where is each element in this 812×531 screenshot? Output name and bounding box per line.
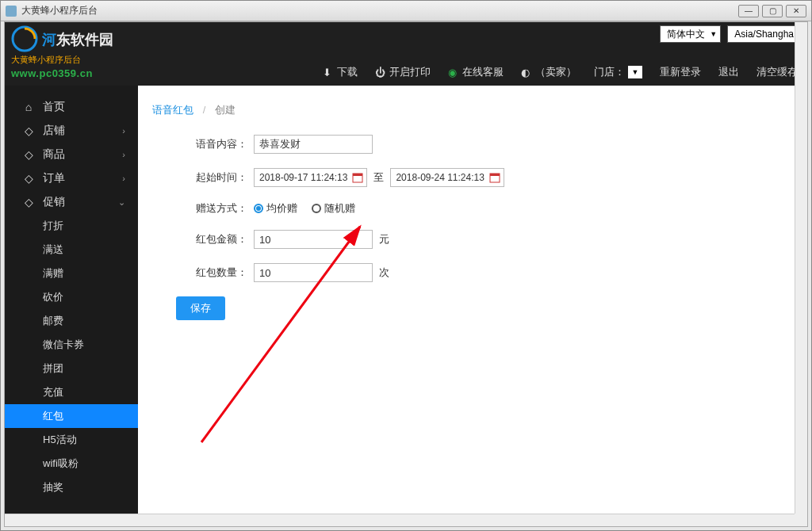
shop-icon: ◇ [22, 124, 35, 137]
caret-down-icon: ▼ [628, 66, 642, 78]
count-input[interactable] [254, 263, 373, 282]
radio-equal[interactable]: 均价赠 [254, 201, 297, 216]
clear-cache-link[interactable]: 清空缓存 [756, 65, 798, 79]
sidebar-top: ⌂ 首页 ◇ 店铺 › ◇ 商品 › ◇ 订单 [5, 86, 138, 499]
logo-area: 河东软件园 大黄蜂小程序后台 www.pc0359.cn [11, 25, 113, 79]
sidebar: ⌂ 首页 ◇ 店铺 › ◇ 商品 › ◇ 订单 [5, 86, 138, 526]
voice-input[interactable] [254, 135, 373, 154]
svg-rect-4 [490, 174, 500, 176]
relogin-link[interactable]: 重新登录 [660, 65, 701, 79]
chevron-down-icon: ⌄ [118, 197, 125, 208]
end-date-input[interactable]: 2018-09-24 11:24:13 [390, 168, 504, 187]
count-unit: 次 [379, 266, 389, 280]
logo-title: 河东软件园 [11, 25, 113, 52]
power-icon: ⏻ [375, 67, 386, 78]
download-icon: ⬇ [323, 67, 334, 78]
logo-subtitle: 大黄蜂小程序后台 [11, 54, 113, 66]
seller-link[interactable]: ◐ （卖家） [521, 65, 576, 79]
breadcrumb: 语音红包 / 创建 [152, 103, 793, 117]
orders-icon: ◇ [22, 172, 35, 185]
sidebar-sub-recharge[interactable]: 充值 [5, 380, 138, 404]
save-button[interactable]: 保存 [176, 296, 225, 320]
row-give: 赠送方式： 均价赠 随机赠 [176, 201, 793, 216]
sidebar-sub-redpacket[interactable]: 红包 [5, 404, 138, 428]
radio-icon [312, 204, 321, 213]
close-button[interactable]: ✕ [786, 5, 806, 17]
sidebar-sub-fullgift[interactable]: 满赠 [5, 262, 138, 285]
sidebar-sub-h5[interactable]: H5活动 [5, 428, 138, 452]
sidebar-sub-groupbuy[interactable]: 拼团 [5, 357, 138, 380]
store-select[interactable]: 门店： ▼ [594, 65, 642, 79]
wechat-icon: ◉ [448, 67, 459, 78]
sidebar-sub-bargain[interactable]: 砍价 [5, 285, 138, 309]
svg-rect-2 [353, 174, 362, 176]
chevron-right-icon: › [122, 126, 125, 136]
title-bar: 大黄蜂小程序后台 — ▢ ✕ [1, 1, 811, 21]
give-label: 赠送方式： [176, 201, 247, 216]
voice-label: 语音内容： [176, 137, 247, 151]
amount-unit: 元 [379, 232, 389, 246]
app-window: 大黄蜂小程序后台 — ▢ ✕ 河东软件园 大黄蜂小程序后台 www.pc0359… [0, 0, 812, 531]
goods-icon: ◇ [22, 148, 35, 161]
promotion-icon: ◇ [22, 196, 35, 208]
radio-random[interactable]: 随机赠 [312, 201, 355, 216]
vertical-scrollbar[interactable] [795, 22, 807, 514]
to-label: 至 [373, 170, 384, 185]
sidebar-item-orders[interactable]: ◇ 订单 › [5, 166, 138, 190]
svg-point-0 [13, 27, 36, 51]
row-count: 红包数量： 次 [176, 263, 793, 282]
logout-link[interactable]: 退出 [718, 65, 739, 79]
amount-input[interactable] [254, 230, 373, 249]
logo-icon [11, 25, 38, 52]
sidebar-sub-wechat-card[interactable]: 微信卡券 [5, 333, 138, 357]
sidebar-item-promotion[interactable]: ◇ 促销 ⌄ [5, 190, 138, 214]
chevron-right-icon: › [122, 174, 125, 183]
caret-down-icon: ▼ [710, 30, 717, 38]
horizontal-scrollbar[interactable] [5, 514, 795, 526]
main-panel: 语音红包 / 创建 语音内容： 起始时间： 2018-09-17 11:24:1… [138, 86, 807, 526]
timezone-select[interactable]: Asia/Shangha [727, 25, 798, 43]
home-icon: ⌂ [22, 101, 35, 113]
sidebar-sub-shipping[interactable]: 邮费 [5, 309, 138, 333]
start-time-label: 起始时间： [176, 170, 247, 185]
sidebar-item-home[interactable]: ⌂ 首页 [5, 95, 138, 119]
print-link[interactable]: ⏻ 开启打印 [375, 65, 431, 79]
breadcrumb-link[interactable]: 语音红包 [152, 104, 193, 116]
count-label: 红包数量： [176, 266, 247, 280]
minimize-button[interactable]: — [738, 5, 759, 17]
radio-icon [254, 204, 263, 213]
scroll-corner [795, 514, 807, 526]
breadcrumb-sep: / [203, 104, 206, 116]
amount-label: 红包金额： [176, 232, 247, 246]
row-time: 起始时间： 2018-09-17 11:24:13 至 2018-09-24 1… [176, 168, 793, 187]
calendar-icon [489, 172, 500, 183]
top-bar: 河东软件园 大黄蜂小程序后台 www.pc0359.cn 简体中文▼ Asia/… [5, 22, 807, 86]
row-voice: 语音内容： [176, 135, 793, 154]
service-link[interactable]: ◉ 在线客服 [448, 65, 504, 79]
chevron-right-icon: › [122, 150, 125, 159]
download-link[interactable]: ⬇ 下载 [323, 65, 358, 79]
sidebar-item-goods[interactable]: ◇ 商品 › [5, 143, 138, 166]
sidebar-sub-lottery[interactable]: 抽奖 [5, 476, 138, 499]
window-title: 大黄蜂小程序后台 [21, 4, 98, 17]
calendar-icon [352, 172, 363, 183]
row-save: 保存 [176, 296, 793, 320]
sidebar-sub-fullsend[interactable]: 满送 [5, 238, 138, 262]
top-links: ⬇ 下载 ⏻ 开启打印 ◉ 在线客服 ◐ （卖家） 门店： ▼ [323, 65, 798, 79]
row-amount: 红包金额： 元 [176, 230, 793, 249]
body-row: ⌂ 首页 ◇ 店铺 › ◇ 商品 › ◇ 订单 [5, 86, 807, 526]
language-select[interactable]: 简体中文▼ [660, 25, 721, 43]
start-date-input[interactable]: 2018-09-17 11:24:13 [254, 168, 367, 187]
breadcrumb-current: 创建 [215, 104, 236, 116]
app-icon [6, 6, 17, 17]
content-frame: 河东软件园 大黄蜂小程序后台 www.pc0359.cn 简体中文▼ Asia/… [4, 21, 808, 527]
sidebar-sub-wifi[interactable]: wifi吸粉 [5, 452, 138, 476]
sidebar-item-shop[interactable]: ◇ 店铺 › [5, 119, 138, 143]
maximize-button[interactable]: ▢ [762, 5, 783, 17]
logo-url: www.pc0359.cn [11, 67, 113, 79]
sidebar-sub-discount[interactable]: 打折 [5, 214, 138, 238]
user-icon: ◐ [521, 67, 532, 78]
top-right-controls: 简体中文▼ Asia/Shangha [660, 25, 798, 43]
